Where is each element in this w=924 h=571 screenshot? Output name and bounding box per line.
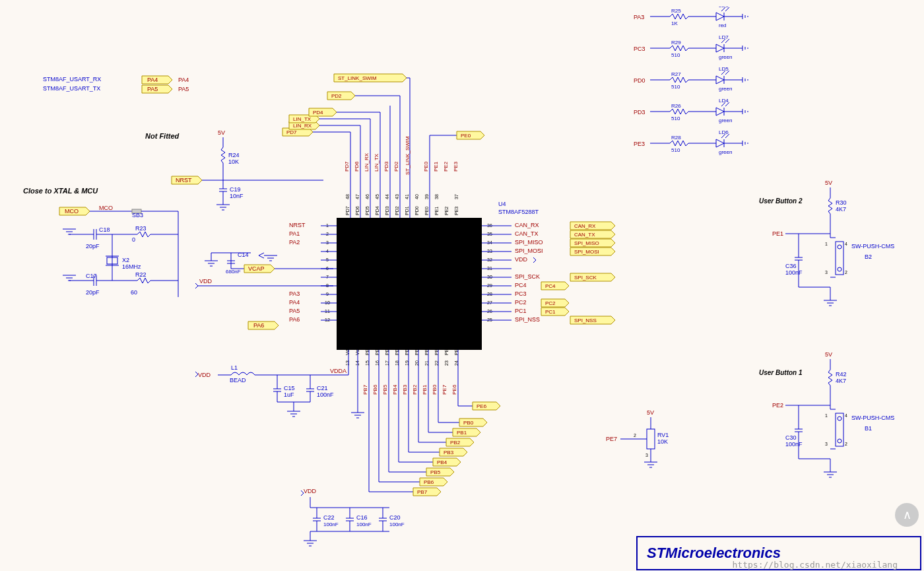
pa4-flag: PA4 — [147, 77, 158, 83]
svg-text:PD7: PD7 — [344, 161, 350, 172]
svg-text:RV1: RV1 — [657, 432, 669, 438]
svg-text:U4: U4 — [498, 201, 506, 207]
svg-text:PA5: PA5 — [341, 308, 350, 314]
svg-text:C22: C22 — [323, 514, 335, 521]
svg-text:510: 510 — [671, 116, 680, 121]
svg-text:PD4: PD4 — [375, 206, 380, 215]
svg-text:PE2: PE2 — [443, 161, 449, 172]
svg-text:45: 45 — [375, 194, 380, 199]
svg-text:PE7: PE7 — [606, 436, 617, 442]
mcu-chip: U4 STM8AF5288T — [337, 201, 539, 350]
svg-text:MCO: MCO — [99, 205, 113, 211]
close-to-xtal-note: Close to XTAL & MCU — [23, 187, 98, 195]
vdda-circuit: VDD L1 BEAD VDDA C151uF C21100nF — [195, 350, 348, 417]
vcap-circuit: C14 680nF VCAP VDD — [195, 252, 333, 288]
svg-text:40: 40 — [414, 194, 419, 199]
svg-text:BEAD: BEAD — [230, 377, 246, 384]
svg-text:PE3: PE3 — [634, 141, 645, 147]
pin-row: NRST1NRST — [289, 222, 355, 228]
svg-text:VDDA: VDDA — [330, 368, 346, 374]
svg-text:1uF: 1uF — [284, 391, 294, 398]
svg-text:PE2: PE2 — [772, 402, 783, 409]
schematic-canvas: STM8AF_USART_RX STM8AF_USART_TX PA4 PA5 … — [0, 0, 924, 571]
svg-rect-356 — [647, 429, 655, 449]
svg-text:PA4: PA4 — [178, 77, 189, 83]
svg-text:PB4: PB4 — [437, 459, 447, 465]
svg-text:PA3: PA3 — [341, 291, 350, 297]
svg-text:PB2: PB2 — [412, 384, 418, 395]
scroll-top-button[interactable]: ∧ — [895, 503, 919, 527]
svg-text:100nF: 100nF — [323, 521, 339, 527]
svg-text:C36: C36 — [785, 263, 797, 269]
svg-text:CAN_RX: CAN_RX — [574, 223, 596, 229]
svg-text:2: 2 — [634, 433, 636, 438]
svg-text:37: 37 — [454, 194, 459, 199]
svg-text:46: 46 — [365, 194, 370, 199]
svg-text:green: green — [719, 86, 732, 92]
svg-text:R42: R42 — [836, 371, 847, 378]
svg-text:PE0: PE0 — [424, 207, 429, 215]
svg-marker-459 — [716, 108, 724, 116]
svg-text:4K7: 4K7 — [836, 206, 846, 213]
svg-text:PG0: PG0 — [466, 231, 477, 237]
svg-text:C20: C20 — [389, 514, 401, 521]
svg-text:39: 39 — [424, 194, 429, 199]
svg-text:Vddio_2: Vddio_2 — [455, 257, 475, 263]
svg-text:100nF: 100nF — [317, 391, 334, 398]
svg-text:Vddio_1: Vddio_1 — [341, 283, 360, 288]
svg-text:PA3: PA3 — [289, 290, 300, 297]
svg-text:LD7: LD7 — [719, 34, 729, 40]
brand: STMicroelectronics — [647, 545, 781, 561]
right-flags: CAN_RX CAN_TX SPI_MISO SPI_MOSI SPI_SCK … — [541, 222, 615, 324]
svg-text:PD0: PD0 — [634, 77, 645, 84]
svg-point-381 — [838, 245, 842, 249]
svg-text:5V: 5V — [825, 180, 832, 186]
svg-text:Vdd: Vdd — [341, 274, 350, 280]
svg-text:B1: B1 — [865, 425, 872, 432]
svg-text:3: 3 — [645, 453, 648, 457]
svg-text:PB3: PB3 — [402, 384, 408, 395]
svg-text:PA4: PA4 — [289, 299, 300, 306]
svg-point-409 — [838, 439, 842, 443]
svg-rect-380 — [836, 242, 843, 275]
svg-text:L1: L1 — [231, 364, 238, 371]
top-vert-labels: PD7 PD6 LIN_RX LIN_TX PD3 PD2 ST_LINK_SW… — [344, 136, 459, 175]
svg-text:R29: R29 — [671, 40, 681, 46]
svg-text:38: 38 — [434, 194, 439, 199]
svg-text:SW-PUSH-CMS: SW-PUSH-CMS — [851, 243, 894, 250]
led-svg: PA3 R25 1K LD3 red PC3 R29 510 LD7 green… — [630, 7, 776, 172]
svg-text:PE6: PE6 — [451, 384, 457, 395]
svg-text:100nF: 100nF — [356, 521, 372, 527]
svg-text:60: 60 — [131, 289, 137, 296]
svg-text:R30: R30 — [836, 199, 847, 206]
svg-text:C15: C15 — [284, 385, 295, 391]
svg-text:PB5: PB5 — [382, 384, 388, 395]
svg-text:16MHz: 16MHz — [122, 263, 141, 270]
svg-text:510: 510 — [671, 147, 680, 153]
svg-text:PE5: PE5 — [466, 317, 477, 323]
svg-marker-435 — [716, 44, 724, 52]
svg-text:510: 510 — [671, 84, 680, 90]
svg-text:STM8AF5288T: STM8AF5288T — [498, 209, 539, 215]
svg-text:48: 48 — [345, 194, 350, 199]
usart-rx-label: STM8AF_USART_RX — [43, 76, 101, 83]
user-button-1: User Button 1 5V R42 4K7 PE2 C30 100nF S… — [759, 351, 894, 477]
svg-text:23: 23 — [444, 360, 449, 366]
svg-marker-423 — [716, 13, 724, 20]
svg-text:red: red — [719, 22, 727, 28]
svg-text:47: 47 — [355, 194, 360, 199]
svg-text:PE1: PE1 — [434, 207, 439, 215]
svg-text:PE1: PE1 — [433, 161, 439, 172]
svg-text:X2: X2 — [122, 257, 129, 263]
top-pin-names: PD748 PD647 PD546 PD445 PD344 PD243 PD14… — [345, 194, 459, 215]
svg-point-382 — [838, 267, 842, 271]
user-button-2: User Button 2 5V R30 4K7 PE1 C36 100nF S… — [759, 180, 894, 306]
svg-text:PD7: PD7 — [345, 206, 350, 215]
svg-text:5V: 5V — [647, 409, 654, 416]
svg-text:NRST: NRST — [289, 222, 306, 228]
svg-text:PC3: PC3 — [515, 290, 527, 297]
svg-text:PA5: PA5 — [178, 86, 189, 92]
svg-text:CAN_TX: CAN_TX — [574, 232, 595, 238]
svg-text:PA1: PA1 — [289, 230, 300, 237]
svg-text:PC2: PC2 — [515, 299, 527, 306]
